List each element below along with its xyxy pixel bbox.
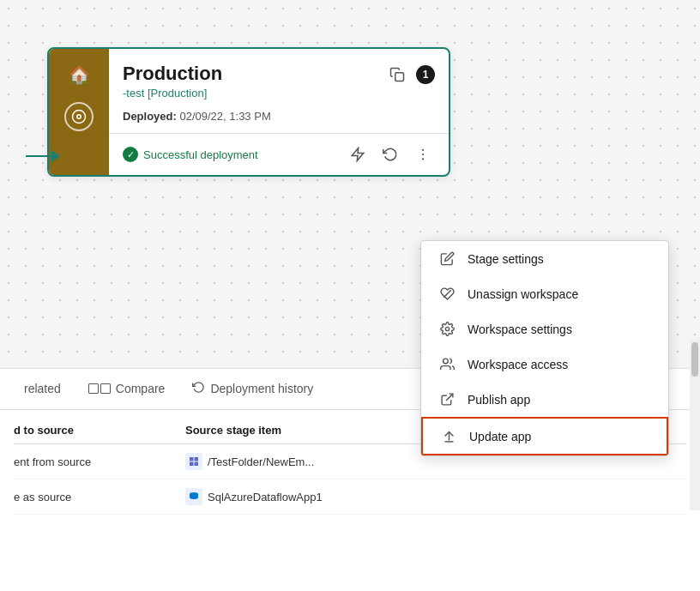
more-options-button[interactable] xyxy=(411,142,435,166)
scrollbar-thumb[interactable] xyxy=(691,342,698,377)
tab-compare[interactable]: Compare xyxy=(78,369,176,409)
clock-icon xyxy=(192,381,205,396)
home-icon: 🏠 xyxy=(69,64,90,85)
svg-rect-7 xyxy=(190,457,194,461)
row1-col2-text: /TestFolder/NewEm... xyxy=(208,455,314,468)
context-menu: Stage settings Unassign workspace Worksp… xyxy=(420,240,669,456)
people-icon xyxy=(438,357,456,371)
lightning-icon-button[interactable] xyxy=(346,142,370,166)
svg-rect-8 xyxy=(195,457,199,461)
row2-col1: e as source xyxy=(14,491,185,504)
svg-point-0 xyxy=(73,111,86,124)
deployed-label: Deployed: xyxy=(123,110,177,123)
unassign-icon xyxy=(438,286,456,301)
card-subtitle: -test [Production] xyxy=(123,87,385,100)
dataflow-icon xyxy=(185,453,202,470)
scrollbar[interactable] xyxy=(690,339,700,510)
col1-header: d to source xyxy=(14,424,185,437)
menu-stage-settings[interactable]: Stage settings xyxy=(421,241,668,276)
svg-marker-3 xyxy=(352,148,364,161)
card-title: Production xyxy=(123,63,385,85)
menu-workspace-access[interactable]: Workspace access xyxy=(421,347,668,382)
menu-workspace-settings[interactable]: Workspace settings xyxy=(421,311,668,347)
compare-tab-label: Compare xyxy=(116,382,166,395)
svg-point-5 xyxy=(422,154,424,155)
card-deployed-info: Deployed: 02/09/22, 1:33 PM xyxy=(109,106,449,133)
success-icon: ✓ xyxy=(123,147,138,162)
stage-settings-label: Stage settings xyxy=(468,252,544,266)
tab-deployment-history[interactable]: Deployment history xyxy=(182,369,323,409)
pencil-icon xyxy=(438,251,456,266)
svg-point-1 xyxy=(77,115,81,119)
tab-related[interactable]: related xyxy=(14,369,71,409)
related-tab-label: related xyxy=(24,382,61,395)
row1-col2-item: /TestFolder/NewEm... xyxy=(185,453,436,470)
workspace-settings-label: Workspace settings xyxy=(468,323,572,336)
svg-point-4 xyxy=(422,149,424,151)
card-title-section: Production -test [Production] xyxy=(123,63,385,100)
menu-publish-app[interactable]: Publish app xyxy=(421,382,668,417)
card-content: Production -test [Production] 1 Deployed… xyxy=(109,49,449,175)
row2-col2-item: SqlAzureDataflowApp1 xyxy=(185,488,436,505)
history-icon-button[interactable] xyxy=(378,142,402,166)
history-tab-label: Deployment history xyxy=(210,382,313,395)
menu-unassign-workspace[interactable]: Unassign workspace xyxy=(421,276,668,311)
target-icon xyxy=(64,102,94,131)
production-card-area: 🏠 Production -test [Production] xyxy=(47,47,450,177)
upload-icon xyxy=(440,429,457,443)
notification-badge: 1 xyxy=(416,65,435,84)
sql-icon xyxy=(185,488,202,505)
svg-rect-9 xyxy=(190,462,194,467)
production-card: 🏠 Production -test [Production] xyxy=(47,47,450,177)
deployed-value: 02/09/22, 1:33 PM xyxy=(179,110,270,123)
svg-point-6 xyxy=(422,158,424,160)
row1-col1: ent from source xyxy=(14,455,185,468)
menu-update-app[interactable]: Update app xyxy=(421,417,668,455)
svg-line-15 xyxy=(446,394,453,401)
card-footer: ✓ Successful deployment xyxy=(109,133,449,175)
workspace-access-label: Workspace access xyxy=(468,358,568,371)
copy-icon-button[interactable] xyxy=(385,63,409,87)
unassign-workspace-label: Unassign workspace xyxy=(468,287,578,301)
svg-point-14 xyxy=(443,359,448,364)
deployment-status-text: Successful deployment xyxy=(143,148,258,161)
svg-point-13 xyxy=(445,327,449,330)
gear-icon xyxy=(438,322,456,336)
success-badge: ✓ Successful deployment xyxy=(123,147,337,162)
svg-rect-10 xyxy=(195,462,199,467)
svg-rect-2 xyxy=(395,73,404,81)
update-app-label: Update app xyxy=(469,430,531,443)
publish-app-label: Publish app xyxy=(468,393,530,407)
row2-col2-text: SqlAzureDataflowApp1 xyxy=(208,491,323,504)
table-row-2: e as source SqlAzureDataflowApp1 xyxy=(14,479,686,515)
external-link-icon xyxy=(438,392,456,407)
stage-arrow xyxy=(26,150,60,162)
card-header-icons: 1 xyxy=(385,63,435,87)
card-header: Production -test [Production] 1 xyxy=(109,49,449,106)
col2-header: Source stage item xyxy=(185,424,436,437)
compare-icon xyxy=(88,383,111,394)
